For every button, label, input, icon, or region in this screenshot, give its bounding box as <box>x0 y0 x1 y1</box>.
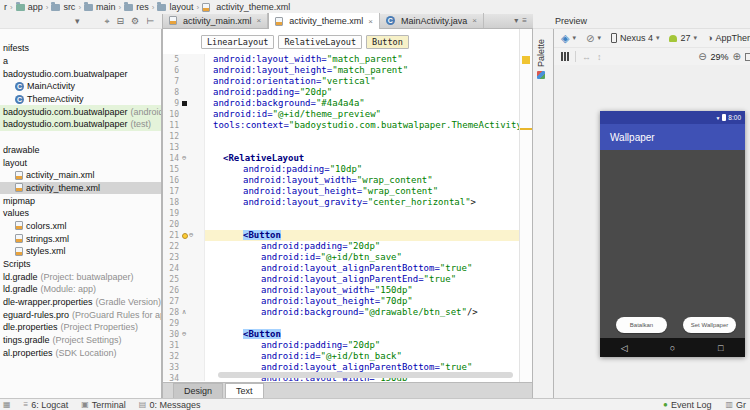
fold-icon[interactable]: ⊖ <box>189 232 193 239</box>
zoom-fit-icon[interactable] <box>745 53 750 61</box>
palette-tab[interactable]: Palette <box>536 39 546 79</box>
xml-chip-LinearLayout[interactable]: LinearLayout <box>201 35 274 49</box>
statusbar-messages[interactable]: ▤0: Messages <box>139 400 201 410</box>
breadcrumb-item[interactable]: src <box>49 2 77 12</box>
tab-text[interactable]: Text <box>225 383 264 398</box>
swap-height-icon[interactable]: ↕ <box>597 52 602 62</box>
collapse-all-icon[interactable]: ⊟ <box>117 16 125 26</box>
statusbar-event-log[interactable]: ●Event Log <box>663 400 711 410</box>
gutter[interactable]: 13 <box>163 142 205 153</box>
breadcrumb-item[interactable]: activity_theme.xml <box>200 2 292 12</box>
gutter[interactable]: 5 <box>163 54 205 65</box>
fold-icon[interactable]: ⊖ <box>182 331 186 338</box>
layout-variants-selector[interactable]: ◈ ▾ <box>561 32 576 45</box>
locate-icon[interactable]: ⌖ <box>104 16 109 27</box>
editor[interactable]: LinearLayoutRelativeLayoutButton 5androi… <box>162 29 533 398</box>
settings-icon[interactable]: ⚙ <box>131 16 139 26</box>
split-editor-icon[interactable]: ≡ <box>522 16 527 25</box>
project-tree-item[interactable]: ld.gradle(Project: buatwalpaper) <box>0 270 161 283</box>
gutter[interactable]: 23 <box>163 252 205 263</box>
gutter[interactable]: 31 <box>163 340 205 351</box>
close-icon[interactable]: × <box>368 17 373 26</box>
breadcrumb-item[interactable]: r <box>2 2 9 12</box>
intention-bulb-icon[interactable] <box>182 233 188 239</box>
gutter[interactable]: 6 <box>163 65 205 76</box>
breadcrumb-item[interactable]: layout <box>155 2 195 12</box>
fold-end-icon[interactable]: ∧ <box>182 309 186 316</box>
project-tree-item[interactable]: eguard-rules.pro(ProGuard Rules for app) <box>0 308 161 321</box>
xml-chip-RelativeLayout[interactable]: RelativeLayout <box>278 35 362 49</box>
project-tree-item[interactable]: mipmap <box>0 194 161 207</box>
project-tree-item[interactable]: badoystudio.com.buatwalpaper(test) <box>0 118 161 131</box>
warning-marker-icon[interactable] <box>522 56 530 64</box>
gutter[interactable]: 9 <box>163 98 205 109</box>
gutter[interactable]: 17 <box>163 186 205 197</box>
project-tree-item[interactable]: al.properties(SDK Location) <box>0 347 161 360</box>
cancel-button[interactable]: Batalkan <box>616 317 667 333</box>
breadcrumb-item[interactable]: main <box>82 2 118 12</box>
gutter[interactable]: 18 <box>163 197 205 208</box>
project-tree-item[interactable]: badoystudio.com.buatwalpaper <box>0 67 161 80</box>
project-tree-item[interactable]: Scripts <box>0 258 161 271</box>
orientation-selector[interactable]: ⊘ ▾ <box>586 33 601 44</box>
project-tree-item[interactable]: CThemeActivity <box>0 93 161 106</box>
gutter[interactable]: 30⊖ <box>163 329 205 340</box>
gutter[interactable]: 34 <box>163 373 205 381</box>
zoom-out-icon[interactable]: ⊖ <box>698 51 706 62</box>
gutter[interactable]: 10 <box>163 109 205 120</box>
horizontal-scrollbar[interactable] <box>218 372 513 378</box>
breadcrumb-item[interactable]: app <box>14 2 45 12</box>
project-tree-item[interactable]: nifests <box>0 42 161 55</box>
project-tree-item[interactable]: badoystudio.com.buatwalpaper(androidTest… <box>0 105 161 118</box>
breadcrumb-item[interactable]: res <box>122 2 151 12</box>
code-area[interactable]: 5android:layout_width="match_parent"6and… <box>163 54 519 381</box>
project-tree-item[interactable]: colors.xml <box>0 220 161 233</box>
gutter[interactable]: 26 <box>163 285 205 296</box>
api-level-selector[interactable]: 27 ▾ <box>669 33 697 43</box>
project-tree-item[interactable]: styles.xml <box>0 245 161 258</box>
project-tree-item[interactable]: tings.gradle(Project Settings) <box>0 334 161 347</box>
error-stripe[interactable] <box>519 29 532 382</box>
project-tree-item[interactable]: dle.properties(Project Properties) <box>0 321 161 334</box>
gutter[interactable]: 12 <box>163 131 205 142</box>
gutter[interactable]: 22 <box>163 241 205 252</box>
device-selector[interactable]: Nexus 4 ▾ <box>611 33 660 43</box>
tab-list-dropdown-icon[interactable]: ▾ <box>514 16 518 25</box>
theme-selector[interactable]: ◑ AppTheme <box>707 33 750 43</box>
editor-tab-activity_theme.xml[interactable]: activity_theme.xml× <box>268 13 380 29</box>
gutter[interactable]: 20 <box>163 219 205 230</box>
project-tree-item[interactable]: drawable <box>0 144 161 157</box>
statusbar-toolwindow-toggle-icon[interactable]: ▦ <box>3 400 11 409</box>
gutter[interactable]: 16 <box>163 175 205 186</box>
gutter[interactable]: 21⊖ <box>163 230 205 241</box>
warning-line-marker-icon[interactable] <box>520 128 532 130</box>
gutter[interactable]: 32 <box>163 351 205 362</box>
project-tree-item[interactable]: CMainActivity <box>0 80 161 93</box>
statusbar-gradle-console[interactable]: ▥Gr <box>725 400 746 410</box>
column-mode-icon[interactable] <box>561 52 569 61</box>
gutter[interactable]: 25 <box>163 274 205 285</box>
gutter[interactable]: 28∧ <box>163 307 205 318</box>
project-tree-item[interactable]: activity_theme.xml <box>0 182 161 195</box>
gutter[interactable]: 29 <box>163 318 205 329</box>
gutter[interactable]: 7 <box>163 76 205 87</box>
project-tree-item[interactable]: activity_main.xml <box>0 169 161 182</box>
zoom-in-icon[interactable]: ⊕ <box>733 51 741 62</box>
tab-design[interactable]: Design <box>173 383 223 398</box>
presentation-dropdown-icon[interactable]: ▾ <box>75 16 80 26</box>
gutter[interactable]: 33 <box>163 362 205 373</box>
fold-icon[interactable]: ⊖ <box>182 155 186 162</box>
gutter[interactable]: 27 <box>163 296 205 307</box>
statusbar-logcat[interactable]: ≡6: Logcat <box>24 400 69 410</box>
gutter[interactable]: 24 <box>163 263 205 274</box>
gutter[interactable]: 19 <box>163 208 205 219</box>
gutter[interactable]: 8 <box>163 87 205 98</box>
project-tree-item[interactable]: dle-wrapper.properties(Gradle Version) <box>0 296 161 309</box>
project-tree-item[interactable]: a <box>0 55 161 68</box>
close-icon[interactable]: × <box>472 16 477 25</box>
color-preview-icon[interactable] <box>182 101 187 106</box>
hide-panel-icon[interactable]: ⊢ <box>146 16 154 26</box>
project-tree-item[interactable]: strings.xml <box>0 232 161 245</box>
project-tree-item[interactable]: layout <box>0 156 161 169</box>
set-wallpaper-button[interactable]: Set Wallpaper <box>683 317 736 333</box>
